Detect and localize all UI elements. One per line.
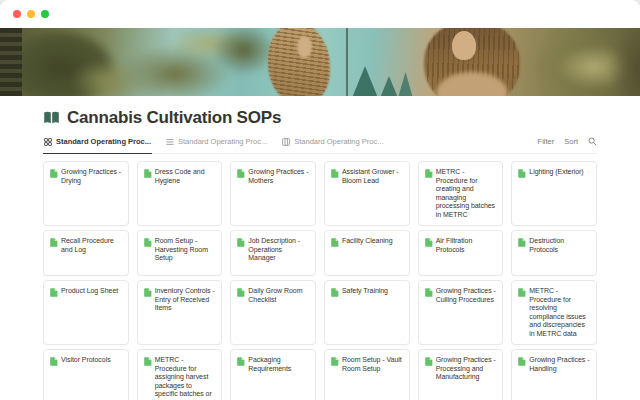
document-icon <box>144 357 152 366</box>
card-grid: Growing Practices - Drying Dress Code an… <box>43 161 597 400</box>
close-window-button[interactable] <box>13 10 21 18</box>
list-view-icon <box>166 138 174 146</box>
document-icon <box>518 288 526 297</box>
page-title: Cannabis Cultivation SOPs <box>67 108 281 127</box>
document-icon <box>518 357 526 366</box>
document-icon <box>144 169 152 178</box>
card-title: Growing Practices - Processing and Manuf… <box>436 356 497 382</box>
card-title: Packaging Requirements <box>248 356 309 373</box>
document-icon <box>144 238 152 247</box>
document-icon <box>331 288 339 297</box>
document-icon <box>331 357 339 366</box>
sop-card[interactable]: Facility Cleaning <box>324 230 410 276</box>
document-icon <box>237 169 245 178</box>
sop-card[interactable]: Job Description - Operations Manager <box>230 230 316 276</box>
sop-card[interactable]: Growing Practices - Handling <box>511 349 597 400</box>
card-title: Air Filtration Protocols <box>436 237 497 254</box>
document-icon <box>331 169 339 178</box>
zoom-window-button[interactable] <box>41 10 49 18</box>
sop-card[interactable]: Growing Practices - Culling Procedures <box>418 280 504 345</box>
document-icon <box>237 238 245 247</box>
document-icon <box>425 169 433 178</box>
cover-image <box>0 28 640 96</box>
open-book-icon <box>43 110 60 125</box>
table-view-icon <box>282 138 290 146</box>
sop-card[interactable]: Packaging Requirements <box>230 349 316 400</box>
document-icon <box>237 357 245 366</box>
card-title: Growing Practices - Mothers <box>248 168 309 185</box>
sop-card[interactable]: Product Log Sheet <box>43 280 129 345</box>
document-icon <box>425 288 433 297</box>
document-icon <box>50 357 58 366</box>
card-title: Growing Practices - Handling <box>529 356 590 373</box>
tab-list-view[interactable]: Standard Operating Proc... <box>165 137 268 153</box>
sop-card[interactable]: METRC - Procedure for creating and manag… <box>418 161 504 226</box>
tab-label: Standard Operating Proc... <box>178 137 267 146</box>
page-content: Cannabis Cultivation SOPs Standard Opera… <box>0 108 640 400</box>
sop-card[interactable]: Inventory Controls - Entry of Received I… <box>137 280 223 345</box>
view-tabbar: Standard Operating Proc... Standard Oper… <box>43 137 597 154</box>
sop-card[interactable]: Room Setup - Vault Room Setup <box>324 349 410 400</box>
sop-card[interactable]: Daily Grow Room Checklist <box>230 280 316 345</box>
search-button[interactable] <box>588 137 597 146</box>
document-icon <box>425 357 433 366</box>
sop-card[interactable]: Growing Practices - Mothers <box>230 161 316 226</box>
document-icon <box>50 169 58 178</box>
sop-card[interactable]: Air Filtration Protocols <box>418 230 504 276</box>
page-header: Cannabis Cultivation SOPs <box>43 108 597 127</box>
card-title: Facility Cleaning <box>342 237 393 246</box>
tab-label: Standard Operating Proc... <box>56 137 151 146</box>
document-icon <box>144 288 152 297</box>
filter-button[interactable]: Filter <box>538 137 555 146</box>
app-window: Cannabis Cultivation SOPs Standard Opera… <box>0 0 640 400</box>
sort-button[interactable]: Sort <box>564 137 578 146</box>
tab-gallery-view[interactable]: Standard Operating Proc... <box>43 137 152 153</box>
card-title: Inventory Controls - Entry of Received I… <box>155 287 216 313</box>
document-icon <box>237 288 245 297</box>
card-title: Safety Training <box>342 287 388 296</box>
card-title: Room Setup - Vault Room Setup <box>342 356 403 373</box>
view-tools: Filter Sort <box>538 137 597 153</box>
sop-card[interactable]: Dress Code and Hygiene <box>137 161 223 226</box>
card-title: METRC - Procedure for resolving complian… <box>529 287 590 338</box>
document-icon <box>518 238 526 247</box>
card-title: Growing Practices - Culling Procedures <box>436 287 497 304</box>
card-title: Growing Practices - Drying <box>61 168 122 185</box>
document-icon <box>50 288 58 297</box>
magnifier-icon <box>588 137 597 146</box>
sop-card[interactable]: Growing Practices - Processing and Manuf… <box>418 349 504 400</box>
tab-table-view[interactable]: Standard Operating Proc... <box>281 137 384 153</box>
sop-card[interactable]: Growing Practices - Drying <box>43 161 129 226</box>
sop-card[interactable]: Safety Training <box>324 280 410 345</box>
sop-card[interactable]: METRC - Procedure for assigning harvest … <box>137 349 223 400</box>
sop-card[interactable]: Recall Procedure and Log <box>43 230 129 276</box>
card-title: METRC - Procedure for assigning harvest … <box>155 356 216 400</box>
card-title: Daily Grow Room Checklist <box>248 287 309 304</box>
tab-label: Standard Operating Proc... <box>294 137 383 146</box>
card-title: METRC - Procedure for creating and manag… <box>436 168 497 219</box>
card-title: Lighting (Exterior) <box>529 168 583 177</box>
document-icon <box>425 238 433 247</box>
gallery-view-icon <box>44 138 52 146</box>
card-title: Room Setup - Harvesting Room Setup <box>155 237 216 263</box>
sop-card[interactable]: Visitor Protocols <box>43 349 129 400</box>
card-title: Job Description - Operations Manager <box>248 237 309 263</box>
document-icon <box>331 238 339 247</box>
card-title: Visitor Protocols <box>61 356 111 365</box>
minimize-window-button[interactable] <box>27 10 35 18</box>
sop-card[interactable]: METRC - Procedure for resolving complian… <box>511 280 597 345</box>
card-title: Dress Code and Hygiene <box>155 168 216 185</box>
document-icon <box>50 238 58 247</box>
sop-card[interactable]: Assistant Grower - Bloom Lead <box>324 161 410 226</box>
sop-card[interactable]: Room Setup - Harvesting Room Setup <box>137 230 223 276</box>
card-title: Product Log Sheet <box>61 287 118 296</box>
card-title: Recall Procedure and Log <box>61 237 122 254</box>
sop-card[interactable]: Lighting (Exterior) <box>511 161 597 226</box>
card-title: Destruction Protocols <box>529 237 590 254</box>
cover-tint-overlay <box>0 28 640 96</box>
card-title: Assistant Grower - Bloom Lead <box>342 168 403 185</box>
window-titlebar <box>0 0 640 28</box>
document-icon <box>518 169 526 178</box>
sop-card[interactable]: Destruction Protocols <box>511 230 597 276</box>
